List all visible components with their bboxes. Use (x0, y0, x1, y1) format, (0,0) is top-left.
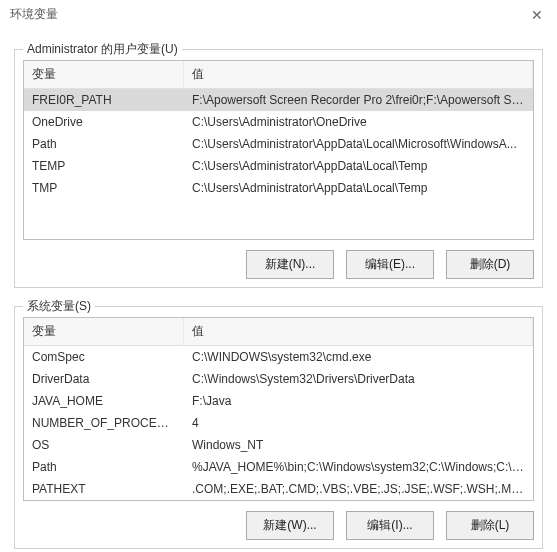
cell-variable-name: FREI0R_PATH (24, 90, 184, 110)
cell-variable-name: OneDrive (24, 112, 184, 132)
system-edit-button[interactable]: 编辑(I)... (346, 511, 434, 540)
cell-variable-name: OS (24, 435, 184, 455)
cell-variable-name: ComSpec (24, 347, 184, 367)
cell-variable-name: PATHEXT (24, 479, 184, 499)
col-header-value[interactable]: 值 (184, 61, 533, 88)
table-row[interactable]: DriverDataC:\Windows\System32\Drivers\Dr… (24, 368, 533, 390)
cell-variable-value: Windows_NT (184, 435, 533, 455)
table-row[interactable]: NUMBER_OF_PROCESSORS4 (24, 412, 533, 434)
titlebar: 环境变量 ✕ (0, 0, 557, 27)
cell-variable-name: TMP (24, 178, 184, 198)
system-new-button[interactable]: 新建(W)... (246, 511, 334, 540)
table-row[interactable]: PATHEXT.COM;.EXE;.BAT;.CMD;.VBS;.VBE;.JS… (24, 478, 533, 500)
table-header: 变量 值 (24, 318, 533, 346)
cell-variable-value: C:\Users\Administrator\OneDrive (184, 112, 533, 132)
col-header-value[interactable]: 值 (184, 318, 533, 345)
table-row[interactable]: ComSpecC:\WINDOWS\system32\cmd.exe (24, 346, 533, 368)
cell-variable-value: C:\Users\Administrator\AppData\Local\Tem… (184, 178, 533, 198)
cell-variable-value: %JAVA_HOME%\bin;C:\Windows\system32;C:\W… (184, 457, 533, 477)
table-row[interactable]: TEMPC:\Users\Administrator\AppData\Local… (24, 155, 533, 177)
cell-variable-name: TEMP (24, 156, 184, 176)
user-group-label: Administrator 的用户变量(U) (23, 41, 182, 58)
table-header: 变量 值 (24, 61, 533, 89)
col-header-name[interactable]: 变量 (24, 61, 184, 88)
cell-variable-name: Path (24, 134, 184, 154)
cell-variable-value: C:\Users\Administrator\AppData\Local\Tem… (184, 156, 533, 176)
user-edit-button[interactable]: 编辑(E)... (346, 250, 434, 279)
user-variables-group: Administrator 的用户变量(U) 变量 值 FREI0R_PATHF… (14, 49, 543, 288)
cell-variable-name: DriverData (24, 369, 184, 389)
cell-variable-name: JAVA_HOME (24, 391, 184, 411)
system-group-label: 系统变量(S) (23, 298, 95, 315)
table-row[interactable]: FREI0R_PATHF:\Apowersoft Screen Recorder… (24, 89, 533, 111)
user-new-button[interactable]: 新建(N)... (246, 250, 334, 279)
cell-variable-value: F:\Apowersoft Screen Recorder Pro 2\frei… (184, 90, 533, 110)
table-row[interactable]: JAVA_HOMEF:\Java (24, 390, 533, 412)
table-row[interactable]: PathC:\Users\Administrator\AppData\Local… (24, 133, 533, 155)
cell-variable-value: C:\Windows\System32\Drivers\DriverData (184, 369, 533, 389)
close-icon[interactable]: ✕ (525, 7, 549, 23)
table-row[interactable]: OSWindows_NT (24, 434, 533, 456)
user-delete-button[interactable]: 删除(D) (446, 250, 534, 279)
cell-variable-name: Path (24, 457, 184, 477)
col-header-name[interactable]: 变量 (24, 318, 184, 345)
table-row[interactable]: TMPC:\Users\Administrator\AppData\Local\… (24, 177, 533, 199)
system-variables-table[interactable]: 变量 值 ComSpecC:\WINDOWS\system32\cmd.exeD… (23, 317, 534, 501)
window-title: 环境变量 (10, 6, 58, 23)
cell-variable-value: C:\Users\Administrator\AppData\Local\Mic… (184, 134, 533, 154)
table-row[interactable]: OneDriveC:\Users\Administrator\OneDrive (24, 111, 533, 133)
system-delete-button[interactable]: 删除(L) (446, 511, 534, 540)
cell-variable-name: NUMBER_OF_PROCESSORS (24, 413, 184, 433)
system-variables-group: 系统变量(S) 变量 值 ComSpecC:\WINDOWS\system32\… (14, 306, 543, 549)
table-row[interactable]: Path%JAVA_HOME%\bin;C:\Windows\system32;… (24, 456, 533, 478)
cell-variable-value: .COM;.EXE;.BAT;.CMD;.VBS;.VBE;.JS;.JSE;.… (184, 479, 533, 499)
user-variables-table[interactable]: 变量 值 FREI0R_PATHF:\Apowersoft Screen Rec… (23, 60, 534, 240)
cell-variable-value: C:\WINDOWS\system32\cmd.exe (184, 347, 533, 367)
cell-variable-value: 4 (184, 413, 533, 433)
cell-variable-value: F:\Java (184, 391, 533, 411)
